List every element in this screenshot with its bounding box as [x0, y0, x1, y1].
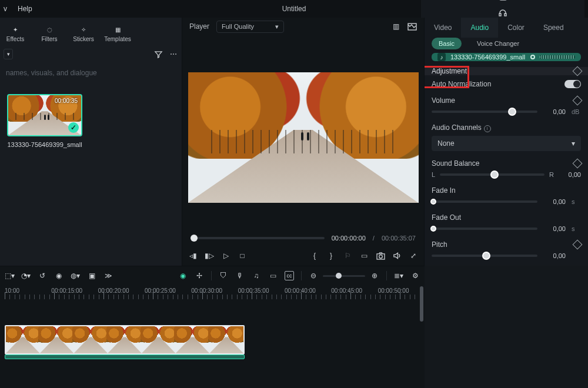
media-thumbnail[interactable]: 00:00:35 ✓ 133330-756469399_small — [7, 94, 82, 148]
audio-track-clip[interactable] — [5, 354, 245, 359]
display-icon[interactable]: ▭ — [359, 251, 369, 260]
channels-select[interactable]: None▾ — [432, 136, 581, 151]
cc-icon[interactable]: cc — [285, 271, 294, 280]
prev-frame-icon[interactable]: ◃▮ — [188, 251, 198, 260]
sparkle-icon: ✦ — [11, 25, 20, 34]
fullscreen-icon[interactable]: ⤢ — [409, 251, 418, 260]
chevron-down-icon: ▾ — [275, 23, 279, 31]
fadeout-value[interactable]: 0,00 — [543, 225, 566, 232]
zoom-out-icon[interactable]: ⊖ — [309, 271, 318, 280]
mark-out-icon[interactable]: } — [326, 251, 336, 260]
player-panel: Player Full Quality▾ ▥ 00:00:00:00 / 00:… — [182, 18, 425, 266]
player-label: Player — [189, 22, 209, 31]
auto-normalization-toggle[interactable] — [564, 80, 581, 88]
volume-keyframe-icon[interactable] — [573, 96, 583, 106]
tab-effects[interactable]: ✦Effects — [2, 25, 28, 42]
filter-icon[interactable] — [153, 49, 163, 59]
balance-keyframe-icon[interactable] — [573, 158, 583, 168]
timeline-tracks[interactable] — [0, 302, 425, 388]
layout-icon: ▦ — [113, 25, 122, 34]
title-bar: v Help Untitled Purchase Export▾ — ▢ ✕ — [0, 0, 588, 18]
fadein-label: Fade In — [432, 186, 581, 195]
play-icon[interactable]: ▷ — [221, 251, 230, 260]
zoom-in-icon[interactable]: ⊕ — [370, 271, 379, 280]
tab-stickers[interactable]: ✧Stickers — [71, 25, 96, 42]
audio-clip-tile[interactable]: ♪ 133330-756469399_small — [432, 53, 581, 61]
shield-icon[interactable]: ⛉ — [219, 271, 228, 280]
camera-icon[interactable] — [376, 251, 385, 260]
music-note-icon: ♪ — [437, 53, 446, 61]
menu-view[interactable]: v — [4, 5, 7, 13]
fadein-slider[interactable] — [432, 200, 537, 203]
compare-icon[interactable]: ▥ — [391, 22, 400, 31]
balance-label: Sound Balance — [432, 159, 574, 168]
adjustment-header[interactable]: Adjustment — [425, 67, 588, 75]
tab-color[interactable]: Color — [498, 18, 534, 38]
quality-dropdown[interactable]: Full Quality▾ — [216, 21, 284, 33]
keyframe-icon[interactable] — [573, 66, 583, 76]
select-tool-icon[interactable]: ⬚▾ — [5, 271, 14, 280]
volume-slider[interactable] — [432, 111, 537, 113]
list-view-icon[interactable]: ≣▾ — [394, 271, 403, 280]
pitch-keyframe-icon[interactable] — [573, 239, 583, 249]
color-tool-icon[interactable]: ◍▾ — [71, 271, 80, 280]
play-backward-icon[interactable]: ▮▷ — [205, 251, 214, 260]
headphones-icon[interactable] — [498, 8, 507, 18]
volume-unit: dB — [572, 108, 581, 115]
mic-icon[interactable]: 🎙 — [235, 271, 245, 280]
pip-icon[interactable]: ▭ — [268, 271, 278, 280]
music-icon[interactable]: ♫ — [252, 271, 261, 280]
media-sort-dropdown[interactable]: ▾ — [4, 49, 13, 59]
fadein-value[interactable]: 0,00 — [543, 198, 566, 205]
zoom-slider[interactable] — [323, 275, 365, 277]
balance-slider[interactable] — [440, 173, 544, 176]
ai-icon[interactable]: ◉ — [178, 271, 188, 280]
balance-value[interactable]: 0,00 — [559, 171, 581, 178]
volume-label: Volume — [432, 96, 574, 105]
crop-tool-icon[interactable]: ▣ — [87, 271, 96, 280]
marker-icon[interactable]: ⚐ — [343, 251, 352, 260]
speed-tool-icon[interactable]: ◉ — [54, 271, 64, 280]
chevron-down-icon: ▾ — [572, 139, 575, 148]
thumb-title: 133330-756469399_small — [7, 141, 82, 148]
media-panel: ✦Effects ◌Filters ✧Stickers ▦Templates ▾… — [0, 18, 182, 266]
cloud-icon[interactable] — [498, 0, 507, 2]
tab-video[interactable]: Video — [425, 18, 461, 38]
mark-in-icon[interactable]: { — [310, 251, 319, 260]
menu-help[interactable]: Help — [18, 5, 32, 13]
fadeout-slider[interactable] — [432, 228, 537, 230]
sparkle-tool-icon[interactable]: ✢ — [195, 271, 204, 280]
pitch-label: Pitch — [432, 240, 574, 249]
pitch-slider[interactable] — [432, 255, 537, 257]
volume-icon[interactable] — [392, 251, 402, 260]
timeline-ruler[interactable]: 10:00 00:00:15:00 00:00:20:00 00:00:25:0… — [0, 285, 425, 302]
more-icon[interactable]: ⋯ — [169, 49, 178, 59]
properties-panel: Video Audio Color Speed Basic Voice Chan… — [425, 18, 588, 266]
tag-tool-icon[interactable]: ◔▾ — [21, 271, 31, 280]
pitch-value[interactable]: 0,00 — [543, 252, 566, 259]
subtab-basic[interactable]: Basic — [432, 38, 462, 49]
player-viewport[interactable] — [188, 72, 419, 203]
audio-clip-name: 133330-756469399_small — [450, 53, 525, 61]
history-icon[interactable]: ↺ — [38, 271, 47, 280]
media-search[interactable]: names, visuals, and dialogue — [0, 62, 182, 83]
snapshot-icon[interactable] — [407, 22, 417, 31]
thumb-added-icon: ✓ — [68, 122, 79, 133]
video-clip[interactable] — [5, 325, 245, 354]
player-scrubber[interactable] — [191, 237, 325, 239]
player-time-sep: / — [373, 235, 375, 242]
tab-filters[interactable]: ◌Filters — [36, 25, 62, 42]
stop-icon[interactable]: □ — [238, 251, 247, 260]
balance-left-label: L — [432, 171, 435, 178]
volume-value[interactable]: 0,00 — [543, 108, 566, 115]
player-current-time: 00:00:00:00 — [332, 235, 366, 242]
subtab-voice-changer[interactable]: Voice Changer — [470, 38, 526, 49]
settings-icon[interactable]: ⚙ — [410, 271, 420, 280]
player-total-time: 00:00:35:07 — [382, 235, 416, 242]
tab-templates[interactable]: ▦Templates — [105, 25, 131, 42]
tab-speed[interactable]: Speed — [534, 18, 573, 38]
channels-label: Audio Channelsi — [432, 123, 581, 132]
tab-audio[interactable]: Audio — [461, 18, 498, 38]
info-icon[interactable]: i — [484, 125, 491, 132]
more-tools-icon[interactable]: ≫ — [103, 271, 113, 280]
